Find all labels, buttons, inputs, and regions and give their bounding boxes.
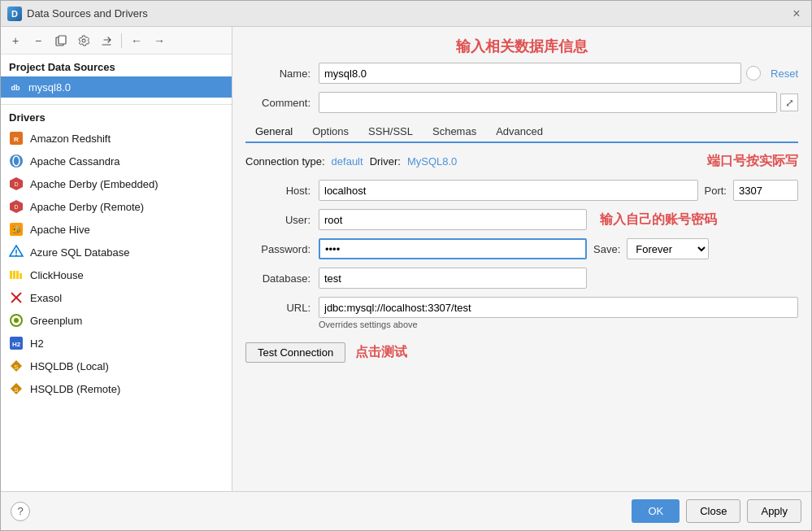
svg-text:H2: H2 — [12, 341, 21, 348]
database-row: Database: — [245, 268, 798, 289]
bottom-left: ? — [11, 502, 30, 521]
password-label: Password: — [245, 243, 319, 255]
driver-amazon-redshift[interactable]: R Amazon Redshift — [1, 127, 232, 150]
save-select[interactable]: Forever Until restart Never — [627, 238, 709, 259]
svg-text:D: D — [14, 204, 18, 210]
driver-name: HSQLDB (Remote) — [30, 383, 120, 395]
clickhouse-icon — [9, 268, 24, 282]
right-panel: 输入相关数据库信息 Name: Reset Comment: ⤢ General… — [232, 27, 811, 491]
connection-type-value[interactable]: default — [332, 155, 363, 168]
annotation-title: 输入相关数据库信息 — [245, 37, 798, 56]
close-window-button[interactable]: × — [788, 6, 805, 22]
name-row: Name: Reset — [245, 63, 798, 84]
title-bar: D Data Sources and Drivers × — [1, 1, 811, 27]
svg-text:D: D — [14, 181, 18, 187]
svg-text:🐝: 🐝 — [11, 224, 22, 235]
tab-schemas[interactable]: Schemas — [423, 121, 486, 143]
apache-hive-icon: 🐝 — [9, 222, 24, 237]
password-input[interactable] — [319, 238, 587, 259]
svg-text:S: S — [14, 363, 18, 371]
svg-rect-19 — [16, 271, 19, 279]
drivers-section: Drivers R Amazon Redshift Apache Cassand… — [1, 104, 232, 400]
greenplum-icon — [9, 313, 24, 328]
forward-button[interactable]: → — [150, 32, 169, 50]
datasource-toolbar: + − ← → — [1, 27, 232, 54]
driver-h2[interactable]: H2 H2 — [1, 332, 232, 355]
test-connection-row: Test Connection 点击测试 — [245, 342, 798, 363]
driver-name: Apache Cassandra — [30, 155, 120, 168]
bottom-right: OK Close Apply — [632, 499, 801, 523]
close-button[interactable]: Close — [686, 499, 740, 523]
annotation-account: 输入自己的账号密码 — [600, 211, 717, 229]
url-input[interactable] — [319, 297, 798, 318]
connection-type-row: Connection type: default Driver: MySQL8.… — [245, 153, 798, 170]
driver-name: Apache Derby (Remote) — [30, 201, 144, 213]
comment-input[interactable] — [319, 92, 777, 113]
driver-value[interactable]: MySQL8.0 — [407, 155, 457, 168]
exasol-icon — [9, 290, 24, 305]
port-input[interactable] — [733, 180, 798, 201]
add-button[interactable]: + — [6, 32, 25, 50]
tab-options[interactable]: Options — [302, 121, 358, 143]
hsqldb-local-icon: S — [9, 359, 24, 373]
driver-name: Greenplum — [30, 315, 82, 327]
name-input[interactable] — [319, 63, 741, 84]
datasource-mysql[interactable]: db mysql8.0 — [1, 76, 232, 98]
apache-derby-remote-icon: D — [9, 199, 24, 214]
reset-button[interactable]: Reset — [761, 67, 798, 80]
ok-button[interactable]: OK — [632, 499, 680, 523]
driver-name: HSQLDB (Local) — [30, 360, 109, 372]
test-connection-button[interactable]: Test Connection — [245, 342, 345, 363]
help-button[interactable]: ? — [11, 502, 30, 521]
drivers-label: Drivers — [1, 105, 232, 127]
settings-button[interactable] — [74, 32, 93, 50]
driver-apache-derby-remote[interactable]: D Apache Derby (Remote) — [1, 195, 232, 218]
driver-name: Apache Derby (Embedded) — [30, 178, 158, 190]
driver-apache-hive[interactable]: 🐝 Apache Hive — [1, 218, 232, 241]
h2-icon: H2 — [9, 336, 24, 350]
apply-button[interactable]: Apply — [747, 499, 801, 523]
hsqldb-remote-icon: S — [9, 381, 24, 396]
tab-advanced[interactable]: Advanced — [486, 121, 553, 143]
connection-type-label: Connection type: — [245, 155, 325, 168]
name-indicator — [746, 66, 761, 81]
driver-azure-sql[interactable]: Azure SQL Database — [1, 241, 232, 263]
datasource-name: mysql8.0 — [28, 81, 71, 94]
svg-rect-1 — [59, 36, 66, 44]
driver-hsqldb-remote[interactable]: S HSQLDB (Remote) — [1, 377, 232, 400]
url-label: URL: — [245, 302, 319, 314]
svg-point-24 — [14, 318, 19, 323]
driver-name: Apache Hive — [30, 224, 90, 236]
main-window: D Data Sources and Drivers × + − ← — [0, 0, 812, 531]
driver-hsqldb-local[interactable]: S HSQLDB (Local) — [1, 355, 232, 377]
svg-rect-18 — [13, 271, 15, 279]
expand-comment-button[interactable]: ⤢ — [780, 94, 798, 111]
window-title: Data Sources and Drivers — [27, 7, 788, 20]
database-input[interactable] — [319, 268, 587, 289]
tab-ssh-ssl[interactable]: SSH/SSL — [358, 121, 423, 143]
driver-apache-cassandra[interactable]: Apache Cassandra — [1, 150, 232, 172]
export-button[interactable] — [97, 32, 116, 50]
host-input[interactable] — [319, 180, 698, 201]
copy-button[interactable] — [51, 32, 71, 50]
back-button[interactable]: ← — [127, 32, 146, 50]
annotation-port: 端口号按实际写 — [707, 153, 798, 170]
driver-label: Driver: — [370, 155, 401, 168]
driver-apache-derby-embedded[interactable]: D Apache Derby (Embedded) — [1, 172, 232, 195]
svg-rect-17 — [10, 271, 12, 279]
driver-greenplum[interactable]: Greenplum — [1, 309, 232, 332]
driver-clickhouse[interactable]: ClickHouse — [1, 263, 232, 286]
tabs-container: General Options SSH/SSL Schemas Advanced — [245, 121, 798, 143]
svg-text:db: db — [11, 84, 20, 92]
amazon-redshift-icon: R — [9, 131, 24, 146]
driver-name: Amazon Redshift — [30, 133, 111, 145]
driver-exasol[interactable]: Exasol — [1, 286, 232, 309]
host-row: Host: Port: — [245, 180, 798, 201]
app-icon: D — [7, 7, 22, 21]
driver-name: ClickHouse — [30, 269, 84, 281]
remove-button[interactable]: − — [28, 32, 48, 50]
svg-rect-20 — [20, 273, 22, 279]
tab-general[interactable]: General — [245, 121, 302, 143]
toolbar-separator — [121, 33, 122, 48]
user-input[interactable] — [319, 209, 587, 230]
